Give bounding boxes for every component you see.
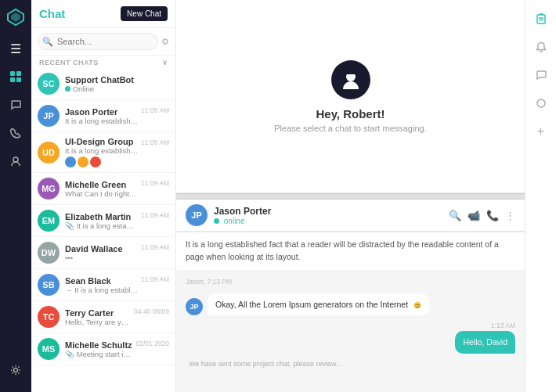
mini-avatar bbox=[65, 156, 76, 167]
app-logo bbox=[6, 8, 25, 27]
chat-item-info: Michelle Schultz 📎 Meeting start in 20mi… bbox=[65, 340, 132, 358]
avatar: TC bbox=[38, 306, 60, 328]
list-item[interactable]: TC Terry Carter Hello, Terry are you the… bbox=[31, 301, 175, 333]
panel-divider bbox=[176, 193, 525, 200]
video-call-icon[interactable]: 📹 bbox=[468, 210, 480, 221]
chat-item-time: 11:09 AM bbox=[141, 106, 169, 114]
right-nav-add-icon[interactable]: + bbox=[529, 119, 554, 144]
active-chat-panel: JP Jason Porter online 🔍 📹 📞 ⋮ It is a l… bbox=[176, 200, 525, 392]
chat-item-info: Elizabeth Martin 📎 It is a long establis… bbox=[65, 212, 138, 230]
more-options-icon[interactable]: ⋮ bbox=[505, 210, 515, 221]
nav-chat-icon[interactable] bbox=[3, 92, 28, 117]
svg-point-7 bbox=[14, 369, 18, 372]
list-item[interactable]: MS Michelle Schultz 📎 Meeting start in 2… bbox=[31, 333, 175, 365]
chat-item-info: Jason Porter It is a long established fa… bbox=[65, 107, 138, 125]
svg-rect-2 bbox=[10, 71, 15, 76]
chat-panel-title: Chat bbox=[39, 7, 65, 20]
svg-rect-11 bbox=[537, 15, 545, 23]
status-dot bbox=[214, 218, 219, 224]
nav-settings-icon[interactable] bbox=[3, 358, 28, 383]
message-timestamp: Jason, 7:13 PM bbox=[186, 278, 515, 286]
chat-item-info: David Wallace ••• bbox=[65, 244, 138, 262]
right-nav-circle-icon[interactable] bbox=[529, 91, 554, 116]
chat-item-preview: Online bbox=[65, 85, 169, 93]
list-item[interactable]: EM Elizabeth Martin 📎 It is a long estab… bbox=[31, 205, 175, 237]
chat-header-actions: 🔍 📹 📞 ⋮ bbox=[449, 210, 515, 221]
search-input[interactable] bbox=[38, 33, 158, 50]
nav-phone-icon[interactable] bbox=[3, 120, 28, 146]
chat-item-preview: ••• bbox=[65, 254, 138, 262]
incoming-message-wrapper: JP Okay, All the Lorem Ipsum generators … bbox=[186, 293, 515, 316]
message-react-icon[interactable]: 😊 bbox=[413, 302, 421, 309]
nav-grid-icon[interactable] bbox=[3, 64, 28, 89]
user-info: Jason Porter online bbox=[214, 206, 449, 225]
chat-item-preview: It is a long established fact that a rea… bbox=[65, 146, 138, 155]
chat-item-time: 11:09 AM bbox=[141, 243, 169, 251]
long-message-bar: It is a long established fact that a rea… bbox=[176, 232, 525, 270]
right-nav-bell-icon[interactable] bbox=[529, 34, 554, 59]
chat-item-preview: What Can I do right now? bbox=[65, 189, 138, 198]
avatar: SC bbox=[38, 73, 60, 95]
chat-item-name: Michelle Schultz bbox=[65, 340, 132, 350]
list-item[interactable]: JP Jason Porter It is a long established… bbox=[31, 100, 175, 132]
chat-item-name: Sean Black bbox=[65, 276, 138, 286]
search-icon: 🔍 bbox=[42, 37, 53, 47]
right-sidebar-nav: + bbox=[525, 0, 556, 392]
chat-avatar: JP bbox=[186, 204, 208, 226]
split-container: Hey, Robert! Please select a chat to sta… bbox=[176, 0, 525, 392]
message-bubble-outgoing: Hello, David bbox=[455, 331, 515, 354]
chat-item-preview: → It is a long established fact that a r… bbox=[65, 286, 138, 294]
svg-rect-4 bbox=[10, 77, 15, 82]
group-avatars bbox=[65, 156, 138, 167]
new-chat-button[interactable]: New Chat bbox=[121, 6, 168, 21]
chat-item-time: 11:09 AM bbox=[141, 138, 169, 146]
chat-item-time: 11:09 AM bbox=[141, 179, 169, 187]
avatar: DW bbox=[38, 242, 60, 264]
svg-point-14 bbox=[537, 99, 545, 107]
user-name: Jason Porter bbox=[214, 206, 449, 217]
list-item[interactable]: MG Michelle Green What Can I do right no… bbox=[31, 173, 175, 205]
welcome-subtitle: Please select a chat to start messaging. bbox=[274, 124, 426, 133]
chat-item-time: 11:09 AM bbox=[141, 275, 169, 283]
chat-item-preview: 📎 It is a long established fact that a r… bbox=[65, 221, 138, 230]
chat-item-time: 11:09 AM bbox=[141, 211, 169, 219]
list-item[interactable]: SC Support ChatBot Online bbox=[31, 68, 175, 100]
chat-item-name: Support ChatBot bbox=[65, 75, 169, 85]
list-item[interactable]: DW David Wallace ••• 11:09 AM bbox=[31, 237, 175, 269]
phone-call-icon[interactable]: 📞 bbox=[486, 210, 499, 221]
filter-icon[interactable]: ⚙ bbox=[161, 37, 169, 47]
list-item[interactable]: UD UI-Design Group It is a long establis… bbox=[31, 132, 175, 173]
search-bar: 🔍 ⚙ bbox=[31, 28, 175, 56]
chat-item-info: Sean Black → It is a long established fa… bbox=[65, 276, 138, 294]
message-timestamp: 1:13 AM bbox=[491, 322, 515, 329]
right-nav-clipboard-icon[interactable] bbox=[529, 6, 554, 31]
chat-item-info: Support ChatBot Online bbox=[65, 75, 169, 93]
message-bubble-incoming: Okay, All the Lorem Ipsum generators on … bbox=[208, 293, 429, 316]
left-sidebar-nav: ☰ bbox=[0, 0, 31, 392]
list-item[interactable]: SB Sean Black → It is a long established… bbox=[31, 269, 175, 301]
welcome-screen: Hey, Robert! Please select a chat to sta… bbox=[176, 0, 525, 193]
avatar: MS bbox=[38, 338, 60, 360]
chat-item-name: Michelle Green bbox=[65, 180, 138, 189]
right-nav-chat-icon[interactable] bbox=[529, 63, 554, 88]
svg-marker-1 bbox=[11, 13, 20, 22]
chat-messages: Jason, 7:13 PM JP Okay, All the Lorem Ip… bbox=[176, 270, 525, 393]
avatar: MG bbox=[38, 178, 60, 200]
avatar: JP bbox=[38, 105, 60, 127]
welcome-title: Hey, Robert! bbox=[316, 107, 385, 120]
online-dot bbox=[65, 86, 70, 92]
chat-item-info: Michelle Green What Can I do right now? bbox=[65, 180, 138, 198]
chat-item-name: Terry Carter bbox=[65, 308, 131, 318]
recent-chats-expand-icon[interactable]: ∨ bbox=[162, 59, 168, 67]
chat-item-name: Elizabeth Martin bbox=[65, 212, 138, 221]
chat-list-panel: Chat New Chat 🔍 ⚙ RECENT CHATS ∨ SC Supp… bbox=[31, 0, 176, 392]
avatar: UD bbox=[38, 142, 60, 164]
search-chat-icon[interactable]: 🔍 bbox=[449, 210, 461, 221]
chat-list-header: Chat New Chat bbox=[31, 0, 175, 28]
chat-item-name: UI-Design Group bbox=[65, 137, 138, 146]
chat-item-time: 02/01 2020 bbox=[135, 340, 169, 347]
outgoing-message-wrapper: 1:13 AM Hello, David bbox=[186, 322, 515, 354]
nav-user-icon[interactable] bbox=[3, 149, 28, 174]
svg-rect-5 bbox=[16, 77, 21, 82]
nav-menu-icon[interactable]: ☰ bbox=[3, 36, 28, 61]
